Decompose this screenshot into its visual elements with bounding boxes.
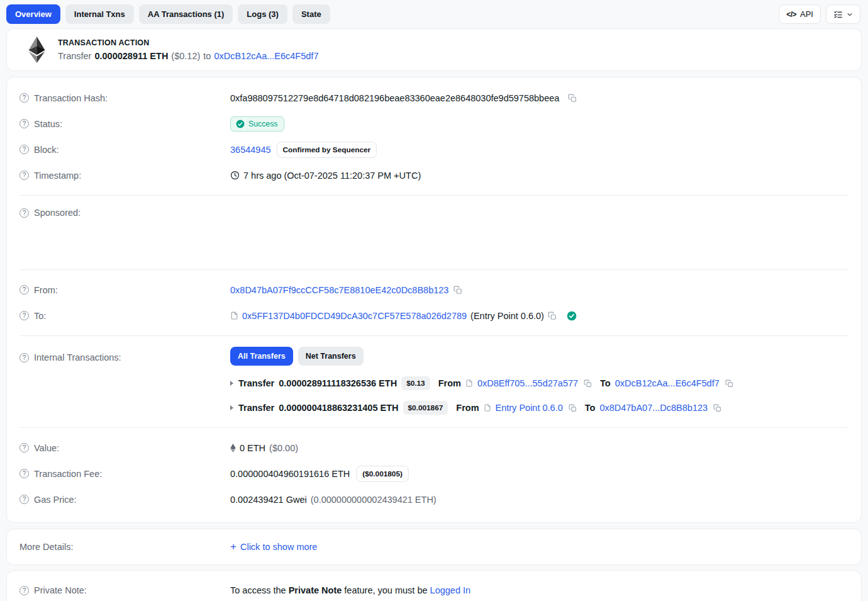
list-check-icon	[833, 9, 843, 19]
transaction-hash-value: 0xfa988097512279e8d64718d082196beae83360…	[230, 93, 559, 103]
action-to-address-link[interactable]: 0xDcB12cAa...E6c4F5df7	[214, 51, 318, 61]
transfer-verb: Transfer	[238, 403, 274, 413]
help-icon: ?	[19, 171, 29, 180]
sponsored-row: ? Sponsored:	[19, 203, 849, 262]
transaction-fee-value: 0.000000404960191616 ETH	[230, 469, 350, 479]
block-label: Block:	[34, 145, 59, 155]
from-row: ? From: 0x8D47bA07Ff9ccCCF58c7E8810eE42c…	[19, 277, 849, 303]
from-word: From	[456, 403, 479, 413]
transfer-usd-badge: $0.13	[401, 376, 430, 390]
copy-icon[interactable]	[712, 404, 723, 412]
contract-file-icon	[484, 403, 491, 412]
view-options-button[interactable]	[826, 4, 860, 24]
transfer-usd-badge: $0.001867	[403, 401, 448, 415]
internal-transactions-row: ? Internal Transactions: All Transfers N…	[19, 343, 849, 417]
action-amount: 0.000028911 ETH	[94, 51, 168, 61]
toolbar-actions: </> API	[779, 4, 860, 24]
transaction-fee-label: Transaction Fee:	[34, 469, 102, 479]
net-transfers-toggle[interactable]: Net Transfers	[298, 347, 364, 366]
timestamp-row: ? Timestamp: 7 hrs ago (Oct-07-2025 11:2…	[19, 162, 849, 188]
private-note-bold: Private Note	[289, 585, 342, 595]
block-number-link[interactable]: 36544945	[230, 145, 271, 155]
transfer-to-link[interactable]: 0x8D47bA07...Dc8B8b123	[599, 403, 708, 413]
value-label: Value:	[34, 443, 59, 453]
transfer-verb: Transfer	[238, 378, 274, 388]
help-icon: ?	[19, 495, 29, 504]
all-transfers-toggle[interactable]: All Transfers	[230, 347, 293, 366]
chevron-down-icon	[847, 11, 853, 18]
action-title: TRANSACTION ACTION	[58, 38, 318, 47]
copy-icon[interactable]	[582, 379, 593, 388]
to-word: To	[600, 378, 611, 388]
action-usd: ($0.12)	[171, 51, 200, 61]
verified-check-icon	[567, 311, 577, 321]
show-more-link[interactable]: + Click to show more	[230, 541, 317, 553]
copy-icon[interactable]	[547, 312, 558, 320]
value-usd: ($0.00)	[269, 443, 298, 453]
caret-right-icon[interactable]	[230, 405, 233, 410]
divider	[19, 427, 849, 428]
help-icon: ?	[19, 443, 29, 452]
transaction-fee-usd-badge: ($0.001805)	[356, 466, 409, 482]
help-icon: ?	[19, 93, 29, 103]
status-label: Status:	[34, 119, 62, 129]
tab-logs[interactable]: Logs (3)	[238, 4, 287, 24]
help-icon: ?	[19, 119, 29, 128]
transfer-amount: 0.000000418863231405 ETH	[279, 403, 398, 413]
transaction-hash-row: ? Transaction Hash: 0xfa988097512279e8d6…	[19, 85, 849, 111]
from-word: From	[438, 378, 461, 388]
more-details-label: More Details:	[19, 542, 73, 552]
help-icon: ?	[19, 208, 29, 218]
gas-price-row: ? Gas Price: 0.002439421 Gwei (0.0000000…	[19, 486, 849, 512]
timestamp-value: 7 hrs ago (Oct-07-2025 11:20:37 PM +UTC)	[243, 171, 421, 181]
copy-icon[interactable]	[567, 404, 578, 412]
api-label: API	[800, 9, 813, 19]
tab-state[interactable]: State	[292, 4, 330, 24]
to-row: ? To: 0x5FF137D4b0FDCD49DcA30c7CF57E578a…	[19, 303, 849, 329]
tab-bar: Overview Internal Txns AA Transactions (…	[0, 0, 868, 28]
from-address-link[interactable]: 0x8D47bA07Ff9ccCCF58c7E8810eE42c0Dc8B8b1…	[230, 285, 448, 295]
action-verb: Transfer	[58, 51, 91, 61]
to-label: To:	[34, 311, 46, 321]
internal-transfer-row: Transfer 0.000028911118326536 ETH $0.13 …	[230, 376, 849, 390]
transfer-from-link[interactable]: 0xD8Eff705...55d27a577	[477, 378, 578, 388]
private-note-label: Private Note:	[34, 585, 87, 595]
ethereum-logo	[28, 37, 45, 63]
tab-overview[interactable]: Overview	[6, 4, 60, 24]
confirmed-by-sequencer-badge: Confirmed by Sequencer	[277, 142, 377, 158]
divider	[19, 269, 849, 270]
transfer-to-link[interactable]: 0xDcB12cAa...E6c4F5df7	[615, 378, 720, 388]
copy-icon[interactable]	[567, 94, 578, 103]
plus-icon: +	[230, 541, 236, 553]
copy-icon[interactable]	[724, 379, 735, 388]
api-button[interactable]: </> API	[779, 4, 821, 24]
value-eth: 0 ETH	[240, 443, 265, 453]
copy-icon[interactable]	[452, 286, 464, 295]
gas-price-value: 0.002439421 Gwei	[230, 495, 307, 505]
action-to-word: to	[203, 51, 211, 61]
timestamp-label: Timestamp:	[34, 171, 81, 181]
tab-aa-transactions[interactable]: AA Transactions (1)	[139, 4, 233, 24]
transaction-action-body: TRANSACTION ACTION Transfer 0.000028911 …	[58, 38, 318, 61]
transaction-details-card: ? Transaction Hash: 0xfa988097512279e8d6…	[6, 77, 862, 523]
help-icon: ?	[19, 285, 29, 295]
help-icon: ?	[19, 469, 29, 478]
gas-price-eth: (0.000000000002439421 ETH)	[311, 495, 437, 505]
logged-in-link[interactable]: Logged In	[430, 585, 471, 595]
more-details-card: More Details: + Click to show more	[6, 529, 862, 565]
caret-right-icon[interactable]	[230, 381, 233, 386]
action-summary: Transfer 0.000028911 ETH ($0.12) to 0xDc…	[58, 51, 318, 61]
contract-file-icon	[465, 379, 473, 388]
private-note-text: feature, you must be	[342, 585, 430, 595]
gas-price-label: Gas Price:	[34, 495, 77, 505]
private-note-card: ? Private Note: To access the Private No…	[6, 570, 862, 601]
divider	[19, 335, 849, 336]
transfer-from-link[interactable]: Entry Point 0.6.0	[496, 403, 563, 413]
tab-internal-txns[interactable]: Internal Txns	[65, 4, 134, 24]
to-address-link[interactable]: 0x5FF137D4b0FDCD49DcA30c7CF57E578a026d27…	[242, 311, 467, 321]
internal-transactions-label: Internal Transactions:	[34, 352, 121, 362]
to-word: To	[585, 403, 596, 413]
to-address-annotation: (Entry Point 0.6.0)	[470, 311, 544, 321]
transaction-action-card: TRANSACTION ACTION Transfer 0.000028911 …	[6, 28, 862, 71]
status-row: ? Status: Success	[19, 111, 849, 137]
